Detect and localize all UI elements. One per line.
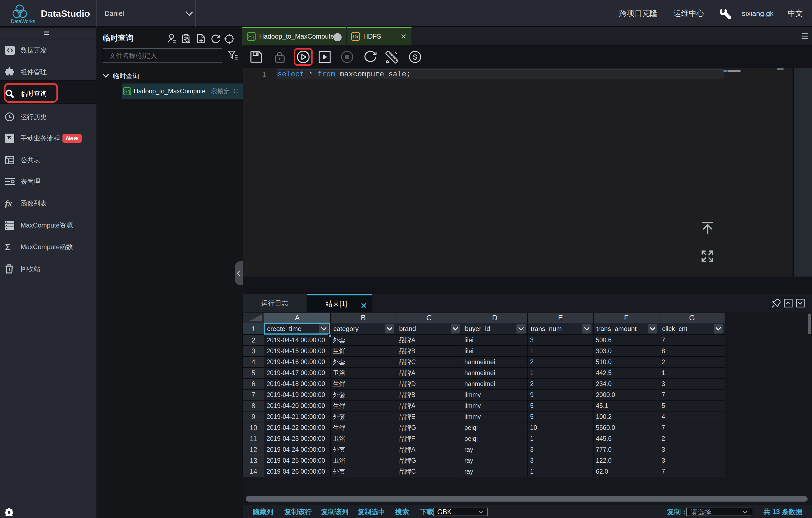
- svg-text:Di: Di: [353, 34, 358, 39]
- svg-text:Sq: Sq: [248, 34, 254, 39]
- svg-text:$: $: [413, 53, 417, 61]
- svg-text:Sq: Sq: [124, 89, 130, 94]
